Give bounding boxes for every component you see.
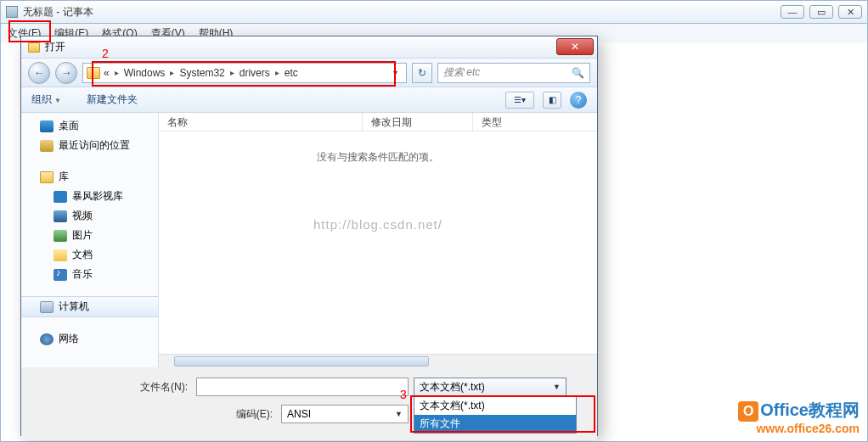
- encoding-select[interactable]: ANSI ▼: [281, 405, 409, 423]
- encoding-value: ANSI: [287, 408, 311, 420]
- horizontal-scrollbar[interactable]: [159, 354, 597, 367]
- column-type[interactable]: 类型: [473, 113, 558, 131]
- search-input[interactable]: 搜索 etc 🔍: [437, 63, 590, 83]
- help-button[interactable]: ?: [570, 92, 587, 109]
- annotation-label-3: 3: [400, 388, 407, 401]
- pictures-icon: [54, 230, 67, 242]
- breadcrumb-item[interactable]: etc: [285, 67, 298, 79]
- libraries-icon: [40, 171, 54, 183]
- dialog-close-button[interactable]: ✕: [556, 38, 594, 55]
- chevron-down-icon[interactable]: ▼: [388, 69, 403, 77]
- navigation-tree: 桌面 最近访问的位置 库 暴风影视库 视频 图片 文档 音乐 计算机 网络: [21, 113, 159, 367]
- dialog-title-text: 打开: [45, 40, 65, 54]
- nav-forward-button[interactable]: →: [55, 62, 77, 84]
- logo-url: www.office26.com: [738, 422, 860, 435]
- dropdown-option-all[interactable]: 所有文件: [414, 415, 576, 433]
- tree-item-desktop[interactable]: 桌面: [21, 116, 158, 136]
- recent-icon: [40, 140, 54, 152]
- tree-item-network[interactable]: 网络: [21, 329, 158, 349]
- chevron-right-icon: ▸: [115, 68, 119, 77]
- chevron-right-icon: ▸: [275, 68, 279, 77]
- desktop-icon: [40, 120, 54, 132]
- documents-icon: [54, 249, 67, 261]
- empty-message: 没有与搜索条件匹配的项。: [159, 150, 597, 165]
- network-icon: [40, 333, 54, 345]
- column-name[interactable]: 名称: [159, 113, 363, 131]
- filename-label: 文件名(N):: [35, 380, 196, 394]
- breadcrumb-item[interactable]: drivers: [240, 67, 270, 79]
- breadcrumb-prefix: «: [104, 67, 110, 79]
- dropdown-option-txt[interactable]: 文本文档(*.txt): [414, 397, 576, 415]
- search-icon: 🔍: [572, 67, 584, 79]
- scrollbar-thumb[interactable]: [174, 356, 429, 366]
- tree-item-pictures[interactable]: 图片: [21, 226, 158, 245]
- file-list-area: 名称 修改日期 类型 没有与搜索条件匹配的项。 http://blog.csdn…: [159, 113, 597, 367]
- maximize-button[interactable]: ▭: [809, 5, 833, 19]
- file-type-value: 文本文档(*.txt): [420, 380, 485, 394]
- tree-item-music[interactable]: 音乐: [21, 265, 158, 284]
- file-type-select[interactable]: 文本文档(*.txt) ▼: [414, 378, 566, 396]
- music-icon: [54, 269, 67, 281]
- watermark-text: http://blog.csdn.net/: [159, 217, 597, 232]
- dialog-toolbar: 组织▼ 新建文件夹 ☰▾ ◧ ?: [21, 87, 597, 113]
- tree-item-libraries[interactable]: 库: [21, 167, 158, 187]
- video-icon: [54, 210, 67, 222]
- filename-input[interactable]: [196, 378, 409, 396]
- tree-item-documents[interactable]: 文档: [21, 245, 158, 265]
- column-date[interactable]: 修改日期: [363, 113, 473, 131]
- video-library-icon: [54, 191, 67, 203]
- tree-item-baofeng[interactable]: 暴风影视库: [21, 187, 158, 206]
- chevron-right-icon: ▸: [170, 68, 174, 77]
- new-folder-button[interactable]: 新建文件夹: [87, 92, 138, 107]
- chevron-right-icon: ▸: [230, 68, 234, 77]
- logo-badge-icon: O: [738, 401, 758, 422]
- chevron-down-icon: ▼: [553, 383, 561, 391]
- preview-pane-button[interactable]: ◧: [543, 92, 561, 109]
- navigation-row: ← → « ▸ Windows ▸ System32 ▸ drivers ▸ e…: [21, 59, 597, 87]
- breadcrumb-item[interactable]: System32: [179, 67, 224, 79]
- computer-icon: [40, 301, 54, 313]
- file-type-dropdown: 文本文档(*.txt) 所有文件: [414, 396, 577, 434]
- encoding-label: 编码(E):: [35, 407, 281, 422]
- address-bar[interactable]: « ▸ Windows ▸ System32 ▸ drivers ▸ etc ▼: [82, 63, 407, 83]
- close-button[interactable]: ✕: [838, 5, 862, 19]
- tree-item-videos[interactable]: 视频: [21, 206, 158, 226]
- tree-item-computer[interactable]: 计算机: [21, 296, 158, 317]
- search-placeholder: 搜索 etc: [443, 65, 480, 80]
- folder-icon: [28, 42, 40, 53]
- logo-title: OOffice教程网: [738, 399, 860, 422]
- column-headers: 名称 修改日期 类型: [159, 113, 597, 131]
- chevron-down-icon: ▼: [395, 410, 403, 418]
- minimize-button[interactable]: —: [781, 5, 804, 19]
- site-logo: OOffice教程网 www.office26.com: [738, 399, 860, 435]
- refresh-button[interactable]: ↻: [412, 63, 432, 83]
- organize-button[interactable]: 组织▼: [31, 92, 61, 107]
- view-mode-button[interactable]: ☰▾: [505, 92, 534, 109]
- open-file-dialog: 打开 ✕ ← → « ▸ Windows ▸ System32 ▸ driver…: [20, 36, 598, 436]
- folder-icon: [87, 67, 100, 79]
- nav-back-button[interactable]: ←: [28, 62, 50, 84]
- breadcrumb-item[interactable]: Windows: [124, 67, 166, 79]
- notepad-titlebar: 无标题 - 记事本 — ▭ ✕: [0, 0, 868, 24]
- notepad-icon: [6, 6, 18, 18]
- notepad-title-text: 无标题 - 记事本: [23, 5, 93, 20]
- annotation-label-2: 2: [102, 47, 109, 60]
- tree-item-recent[interactable]: 最近访问的位置: [21, 136, 158, 155]
